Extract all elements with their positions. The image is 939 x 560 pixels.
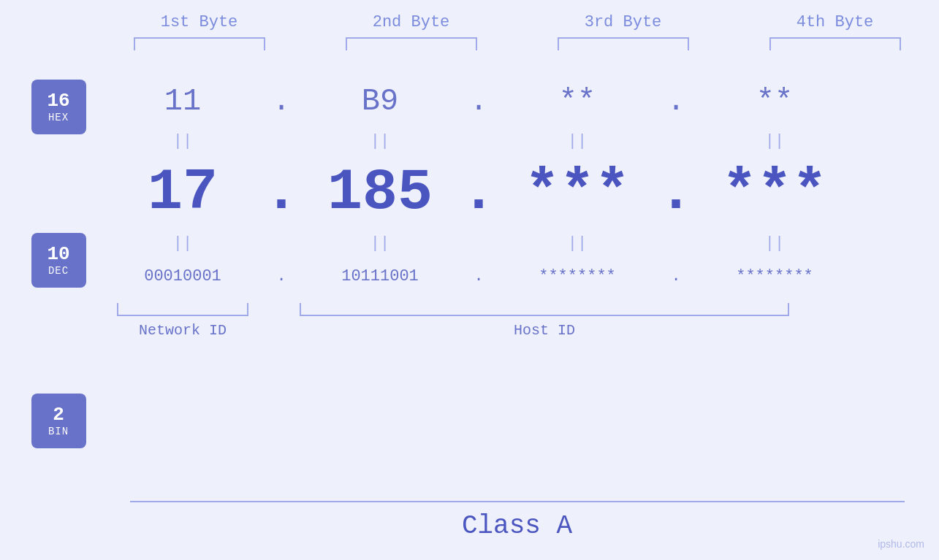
top-brackets [115,37,919,50]
eq2-dot2 [460,233,497,255]
eq-row-2: || || || || [102,233,939,255]
hex-dot1: . [263,72,300,131]
byte1-label: 1st Byte [161,13,238,31]
host-bracket-container [300,303,939,316]
bin-dot1: . [263,255,300,299]
dec-b2: 185 [300,153,460,233]
hex-b3: ** [497,72,658,131]
dec-b3: *** [497,153,658,233]
hex-b1: 11 [102,72,263,131]
eq2-b2: || [300,233,460,255]
dec-b1: 17 [102,153,263,233]
hex-badge-num: 16 [47,91,69,112]
dec-badge-label: DEC [48,265,69,277]
eq1-dot1 [263,131,300,153]
bin-badge-label: BIN [48,426,69,437]
bin-badge-num: 2 [53,404,64,426]
byte-headers: 1st Byte 2nd Byte 3rd Byte 4th Byte [115,13,919,31]
eq1-b3: || [497,131,658,153]
hex-dot2: . [460,72,497,131]
bin-dot3: . [658,255,694,299]
badges-column: 16 HEX 10 DEC 2 BIN [0,72,102,492]
class-line [130,501,905,502]
eq2-b3: || [497,233,658,255]
eq1-b4: || [694,131,855,153]
hex-b4: ** [694,72,855,131]
bin-b4: ******** [694,255,855,299]
network-id-label: Network ID [102,322,263,339]
eq2-dot1 [263,233,300,255]
hex-badge-label: HEX [48,112,69,123]
byte4-label: 4th Byte [797,13,874,31]
bin-row: 00010001 . 10111001 . ******** . *******… [102,255,939,299]
net-bracket-container [102,303,263,316]
bin-b1: 00010001 [102,255,263,299]
class-section: Class A [115,501,919,541]
eq2-b4: || [694,233,855,255]
byte2-label: 2nd Byte [373,13,450,31]
hex-dot3: . [658,72,694,131]
bottom-brackets-row [102,303,939,316]
eq2-dot3 [658,233,694,255]
dec-dot1: . [263,153,300,233]
hex-badge: 16 HEX [31,80,86,134]
bracket-byte3 [558,37,689,50]
bracket-byte2 [346,37,477,50]
id-labels-row: Network ID Host ID [102,322,939,339]
host-id-bracket [300,303,789,316]
dec-b4: *** [694,153,855,233]
byte3-label: 3rd Byte [585,13,662,31]
bracket-byte4 [769,37,901,50]
dec-dot2: . [460,153,497,233]
bin-badge: 2 BIN [31,394,86,448]
eq2-b1: || [102,233,263,255]
bin-b3: ******** [497,255,658,299]
hex-row: 11 . B9 . ** . ** [102,72,939,131]
main-container: 1st Byte 2nd Byte 3rd Byte 4th Byte [0,0,939,560]
dec-badge-num: 10 [47,244,69,265]
eq-row-1: || || || || [102,131,939,153]
hex-b2: B9 [300,72,460,131]
data-columns: 11 . B9 . ** . ** || || || || 17 [102,72,939,339]
dec-row: 17 . 185 . *** . *** [102,153,939,233]
bin-b2: 10111001 [300,255,460,299]
net-id-bracket [117,303,248,316]
dec-dot3: . [658,153,694,233]
class-label: Class A [130,511,905,541]
bracket-byte1 [134,37,265,50]
watermark: ipshu.com [878,538,924,550]
bin-dot2: . [460,255,497,299]
dec-badge: 10 DEC [31,233,86,288]
eq1-b2: || [300,131,460,153]
host-id-label: Host ID [300,322,789,339]
eq1-dot3 [658,131,694,153]
eq1-dot2 [460,131,497,153]
content-area: 16 HEX 10 DEC 2 BIN 11 . B9 . ** . ** [0,72,939,492]
eq1-b1: || [102,131,263,153]
